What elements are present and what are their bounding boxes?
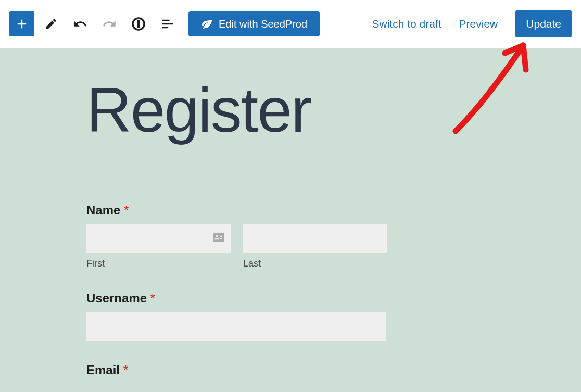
redo-button[interactable] <box>97 11 122 36</box>
outline-button[interactable] <box>155 11 180 36</box>
svg-rect-1 <box>138 23 139 27</box>
preview-link[interactable]: Preview <box>459 18 498 30</box>
outline-icon <box>160 17 175 31</box>
seedprod-leaf-icon <box>201 18 213 30</box>
last-name-input[interactable] <box>243 224 387 253</box>
edit-with-seedprod-button[interactable]: Edit with SeedProd <box>188 11 320 36</box>
name-input-row: First Last <box>86 224 581 269</box>
email-field-group: Email * <box>86 363 581 377</box>
first-name-column: First <box>86 224 231 269</box>
plus-icon <box>15 17 29 31</box>
redo-icon <box>102 17 117 31</box>
username-label: Username * <box>86 291 581 306</box>
svg-point-0 <box>138 21 140 22</box>
seedprod-button-label: Edit with SeedProd <box>219 18 307 30</box>
header-actions: Switch to draft Preview Update <box>372 10 572 37</box>
email-label-text: Email <box>86 363 120 377</box>
last-name-column: Last <box>243 224 387 269</box>
editor-canvas: Register Name * First Last Us <box>0 48 581 392</box>
switch-to-draft-link[interactable]: Switch to draft <box>372 18 441 30</box>
add-block-button[interactable] <box>9 11 34 36</box>
first-name-sublabel: First <box>86 258 231 269</box>
update-button[interactable]: Update <box>515 10 572 37</box>
last-name-sublabel: Last <box>243 258 387 269</box>
required-mark: * <box>124 203 129 217</box>
page-title[interactable]: Register <box>86 74 581 146</box>
edit-tool-button[interactable] <box>39 11 64 36</box>
username-input[interactable] <box>86 312 386 341</box>
name-label: Name * <box>86 203 581 218</box>
id-card-icon <box>212 231 225 246</box>
required-mark: * <box>150 291 155 305</box>
name-field-group: Name * First Last <box>86 203 581 269</box>
info-button[interactable] <box>126 11 151 36</box>
required-mark: * <box>123 363 128 377</box>
username-label-text: Username <box>86 291 147 305</box>
email-label: Email * <box>86 363 581 377</box>
first-name-input[interactable] <box>86 224 231 253</box>
username-field-group: Username * <box>86 291 581 341</box>
pencil-icon <box>44 17 58 31</box>
first-name-input-wrap <box>86 224 231 253</box>
editor-toolbar: Edit with SeedProd Switch to draft Previ… <box>0 0 581 48</box>
undo-button[interactable] <box>68 11 93 36</box>
info-icon <box>131 17 146 31</box>
undo-icon <box>73 17 87 31</box>
name-label-text: Name <box>86 203 120 217</box>
